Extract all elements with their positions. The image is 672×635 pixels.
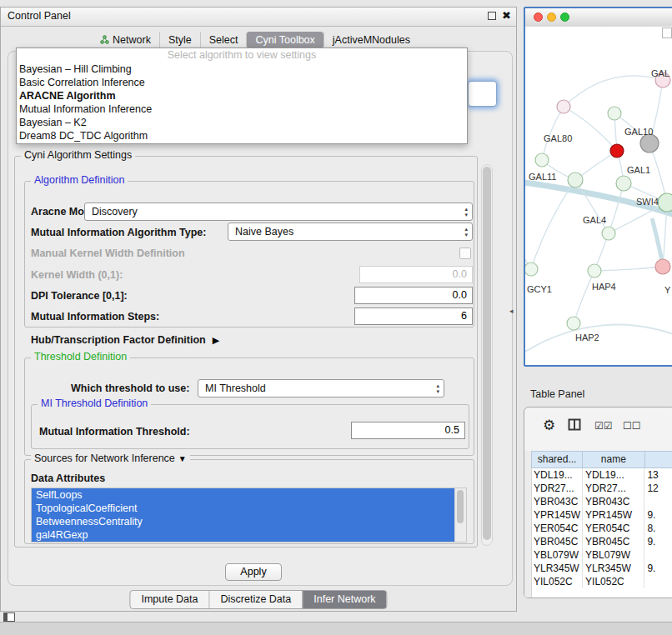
aracne-mode-select[interactable]: Discovery ▴▾ bbox=[84, 202, 473, 221]
network-window-titlebar[interactable] bbox=[525, 8, 672, 28]
algorithm-option[interactable]: Mutual Information Inference bbox=[17, 102, 467, 116]
select-all-icon[interactable]: ☑☑ bbox=[594, 420, 613, 432]
kernel-width-field: 0.0 bbox=[359, 266, 473, 283]
mi-steps-field[interactable]: 6 bbox=[354, 308, 473, 325]
dpi-tolerance-field[interactable]: 0.0 bbox=[354, 287, 473, 304]
algorithm-option[interactable]: Basic Correlation Inference bbox=[17, 76, 467, 89]
network-node[interactable] bbox=[655, 259, 670, 274]
table-row[interactable]: YLR345WYLR345W9. bbox=[524, 562, 672, 575]
show-columns-icon[interactable] bbox=[568, 418, 581, 434]
show-panel-icon[interactable] bbox=[3, 612, 15, 622]
column-header[interactable]: shared... bbox=[531, 451, 583, 468]
network-node[interactable] bbox=[535, 153, 549, 167]
algorithm-dropdown-list: Select algorithm to view settingsBayesia… bbox=[16, 48, 468, 144]
window-title: Control Panel bbox=[8, 8, 71, 25]
table-toolbar: ⚙ ☑☑ ☐☐ bbox=[524, 408, 672, 451]
table-row[interactable]: YDR27...YDR27...12 bbox=[524, 482, 672, 495]
algorithm-option[interactable]: ARACNE Algorithm bbox=[17, 89, 467, 102]
bottom-tab-discretize-data[interactable]: Discretize Data bbox=[209, 591, 303, 608]
attribute-item[interactable]: SelfLoops bbox=[32, 488, 455, 502]
aracne-mode-value: Discovery bbox=[92, 203, 138, 220]
which-threshold-select[interactable]: MI Threshold ▴▾ bbox=[198, 379, 444, 398]
table-row[interactable]: YBR045CYBR045C9. bbox=[524, 535, 672, 548]
tab-jactivemnodules[interactable]: jActiveMNodules bbox=[323, 32, 419, 48]
tab-network[interactable]: Network bbox=[92, 32, 159, 48]
node-label: GCY1 bbox=[527, 284, 552, 294]
manual-kernel-checkbox[interactable] bbox=[459, 248, 471, 259]
mi-type-value: Naive Bayes bbox=[235, 223, 293, 240]
network-node[interactable] bbox=[616, 176, 631, 191]
gear-icon[interactable]: ⚙ bbox=[543, 417, 555, 434]
deselect-all-icon[interactable]: ☐☐ bbox=[623, 420, 641, 432]
sources-toggle[interactable]: Sources for Network Inference▼ bbox=[31, 452, 190, 464]
data-attribute-listbox: SelfLoopsTopologicalCoefficientBetweenne… bbox=[31, 488, 467, 542]
expand-right-icon: ▶ bbox=[213, 335, 219, 345]
network-node[interactable] bbox=[567, 317, 580, 330]
dropdown-placeholder: Select algorithm to view settings bbox=[17, 48, 467, 62]
network-canvas[interactable]: GAL80GAL10GAL11GAL1SWI4GAL4GCY1HAP4HAP2G… bbox=[525, 27, 672, 365]
network-node[interactable] bbox=[557, 100, 570, 113]
mi-type-select[interactable]: Naive Bayes ▴▾ bbox=[228, 222, 473, 241]
data-attribute-list: SelfLoopsTopologicalCoefficientBetweenne… bbox=[32, 488, 455, 542]
node-label: HAP2 bbox=[575, 332, 599, 342]
network-node[interactable] bbox=[608, 107, 621, 120]
float-window-icon[interactable] bbox=[488, 12, 496, 20]
bottom-tab-impute-data[interactable]: Impute Data bbox=[130, 591, 208, 608]
table-cell: 8. bbox=[644, 522, 672, 535]
splitter-handle-icon[interactable]: ◂ bbox=[509, 307, 514, 315]
column-header[interactable]: name bbox=[583, 451, 644, 468]
table-cell: YER054C bbox=[531, 522, 583, 535]
table-cell: 9. bbox=[644, 562, 672, 575]
control-panel-window: Control Panel ✖ NetworkStyleSelectCyni T… bbox=[0, 7, 517, 612]
spinner-icon: ▴▾ bbox=[436, 383, 439, 394]
algorithm-option[interactable]: Bayesian – Hill Climbing bbox=[17, 62, 467, 76]
table-panel-title: Table Panel bbox=[530, 388, 584, 400]
apply-button[interactable]: Apply bbox=[225, 563, 282, 581]
network-node[interactable] bbox=[640, 134, 659, 152]
column-header[interactable] bbox=[645, 451, 672, 468]
control-panel-titlebar[interactable]: Control Panel ✖ bbox=[1, 8, 516, 27]
table-cell: 9. bbox=[644, 508, 672, 522]
network-node[interactable] bbox=[610, 144, 624, 158]
table-row[interactable]: YPR145WYPR145W9. bbox=[524, 508, 672, 522]
table-row[interactable]: YBR043CYBR043C bbox=[524, 495, 672, 508]
list-scrollbar[interactable] bbox=[454, 488, 466, 542]
table-row[interactable]: YBL079WYBL079W bbox=[524, 548, 672, 562]
network-node[interactable] bbox=[568, 172, 583, 188]
attribute-item[interactable]: BetweennessCentrality bbox=[32, 515, 455, 528]
table-cell: YIL052C bbox=[531, 575, 583, 588]
algorithm-option[interactable]: Bayesian – K2 bbox=[17, 116, 467, 129]
table-row[interactable]: YIL052CYIL052C bbox=[524, 575, 672, 588]
hub-section-toggle[interactable]: Hub/Transcription Factor Definition▶ bbox=[31, 334, 219, 346]
table-cell: YBL079W bbox=[583, 548, 644, 562]
network-node[interactable] bbox=[602, 227, 615, 240]
attribute-item[interactable]: gal4RGexp bbox=[32, 528, 455, 542]
table-row[interactable]: YDL19...YDL19...13 bbox=[524, 468, 672, 482]
table-row[interactable]: YER054CYER054C8. bbox=[524, 522, 672, 535]
algorithm-select-fragment[interactable] bbox=[468, 81, 497, 107]
network-node[interactable] bbox=[525, 262, 538, 276]
tab-style[interactable]: Style bbox=[159, 32, 200, 48]
network-node[interactable] bbox=[658, 193, 672, 212]
table-cell: YBR045C bbox=[531, 535, 583, 548]
panel-scrollbar-thumb[interactable] bbox=[483, 167, 491, 540]
table-cell: YDL19... bbox=[583, 468, 644, 482]
tab-label: jActiveMNodules bbox=[333, 32, 410, 48]
attribute-item[interactable]: TopologicalCoefficient bbox=[32, 502, 455, 515]
network-node[interactable] bbox=[588, 264, 601, 278]
table-panel-window: ⚙ ☑☑ ☐☐ shared...name YDL19...YDL19...13… bbox=[524, 407, 672, 598]
panel-scrollbar[interactable] bbox=[481, 164, 493, 546]
close-traffic-light-icon[interactable] bbox=[534, 12, 543, 22]
tab-cyni-toolbox[interactable]: Cyni Toolbox bbox=[246, 32, 323, 48]
algorithm-option[interactable]: Dream8 DC_TDC Algorithm bbox=[17, 129, 467, 142]
table-cell: YER054C bbox=[583, 522, 644, 535]
zoom-traffic-light-icon[interactable] bbox=[560, 12, 569, 22]
canvas-scrollbar-button[interactable] bbox=[662, 28, 672, 38]
mi-threshold-field[interactable]: 0.5 bbox=[351, 422, 465, 439]
minimize-traffic-light-icon[interactable] bbox=[547, 12, 556, 22]
close-icon[interactable]: ✖ bbox=[502, 9, 511, 22]
collapse-down-icon: ▼ bbox=[178, 454, 187, 463]
tab-select[interactable]: Select bbox=[200, 32, 247, 48]
bottom-tab-infer-network[interactable]: Infer Network bbox=[302, 591, 386, 608]
list-scrollbar-thumb[interactable] bbox=[457, 490, 464, 523]
